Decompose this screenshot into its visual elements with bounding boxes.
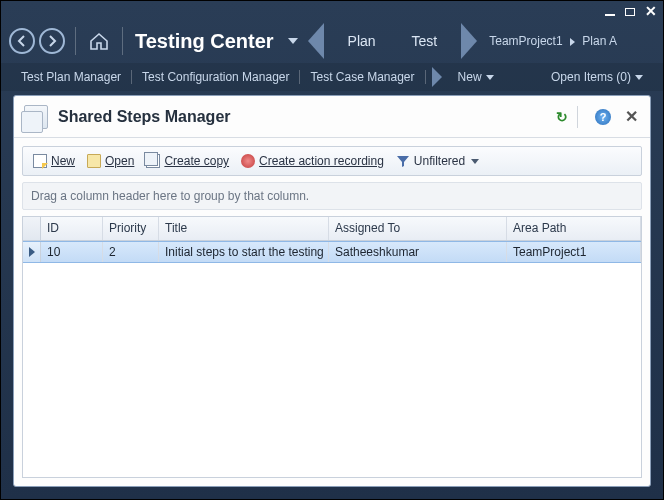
arrow-right-icon	[46, 35, 58, 47]
minimize-icon	[605, 14, 615, 16]
new-icon	[33, 154, 47, 168]
subnav-scroll-right[interactable]	[432, 67, 442, 87]
main-ribbon: Testing Center Plan Test TeamProject1 Pl…	[1, 19, 663, 63]
cell-assigned-to: Satheeshkumar	[329, 242, 507, 262]
home-button[interactable]	[86, 28, 112, 54]
maximize-button[interactable]	[625, 3, 635, 19]
tab-plan[interactable]: Plan	[330, 33, 394, 49]
chevron-down-icon	[471, 159, 479, 164]
grid-header: ID Priority Title Assigned To Area Path	[23, 217, 641, 241]
breadcrumb[interactable]: TeamProject1 Plan A	[489, 34, 617, 48]
app-title: Testing Center	[135, 30, 274, 53]
new-label: New	[51, 154, 75, 168]
tabs-scroll-left[interactable]	[308, 23, 324, 59]
open-icon	[87, 154, 101, 168]
row-header-corner	[23, 217, 41, 240]
column-priority[interactable]: Priority	[103, 217, 159, 240]
app-window: ✕ Testing Center Plan Test TeamProject1 …	[0, 0, 664, 500]
cell-area-path: TeamProject1	[507, 242, 641, 262]
filter-icon	[396, 154, 410, 168]
close-icon: ✕	[625, 107, 638, 126]
chevron-right-icon	[570, 38, 575, 46]
shared-steps-icon	[24, 105, 48, 129]
nav-back-button[interactable]	[9, 28, 35, 54]
cell-title: Initial steps to start the testing	[159, 242, 329, 262]
subnav-test-plan-manager[interactable]: Test Plan Manager	[11, 70, 131, 84]
home-icon	[88, 31, 110, 51]
main-panel: Shared Steps Manager ↻ ? ✕ New Open Crea…	[13, 95, 651, 487]
breadcrumb-plan: Plan A	[582, 34, 617, 48]
separator	[122, 27, 123, 55]
tabs-scroll-right[interactable]	[461, 23, 477, 59]
tab-test[interactable]: Test	[394, 33, 456, 49]
refresh-icon: ↻	[556, 109, 568, 125]
toolbar: New Open Create copy Create action recor…	[22, 146, 642, 176]
breadcrumb-project: TeamProject1	[489, 34, 562, 48]
maximize-icon	[625, 8, 635, 16]
separator	[75, 27, 76, 55]
new-dropdown[interactable]: New	[448, 70, 504, 84]
column-area-path[interactable]: Area Path	[507, 217, 641, 240]
panel-title: Shared Steps Manager	[58, 108, 543, 126]
row-indicator-icon	[23, 242, 41, 262]
refresh-button[interactable]: ↻	[553, 108, 571, 126]
column-title[interactable]: Title	[159, 217, 329, 240]
nav-forward-button[interactable]	[39, 28, 65, 54]
separator	[577, 106, 578, 128]
create-action-recording-label: Create action recording	[259, 154, 384, 168]
minimize-button[interactable]	[605, 3, 615, 19]
help-icon: ?	[595, 109, 611, 125]
create-copy-label: Create copy	[164, 154, 229, 168]
data-grid: ID Priority Title Assigned To Area Path …	[22, 216, 642, 478]
app-title-dropdown[interactable]	[288, 38, 298, 44]
record-icon	[241, 154, 255, 168]
close-panel-button[interactable]: ✕	[622, 108, 640, 126]
filter-label: Unfiltered	[414, 154, 465, 168]
table-row[interactable]: 10 2 Initial steps to start the testing …	[23, 241, 641, 263]
column-id[interactable]: ID	[41, 217, 103, 240]
panel-header: Shared Steps Manager ↻ ? ✕	[14, 96, 650, 138]
cell-id: 10	[41, 242, 103, 262]
create-copy-button[interactable]: Create copy	[142, 152, 233, 170]
open-label: Open	[105, 154, 134, 168]
cell-priority: 2	[103, 242, 159, 262]
open-items-dropdown[interactable]: Open Items (0)	[541, 70, 653, 84]
column-assigned-to[interactable]: Assigned To	[329, 217, 507, 240]
chevron-down-icon	[635, 75, 643, 80]
subnav-test-case-manager[interactable]: Test Case Manager	[300, 70, 424, 84]
window-controls: ✕	[605, 3, 657, 19]
close-button[interactable]: ✕	[645, 3, 657, 19]
subnav-test-configuration-manager[interactable]: Test Configuration Manager	[132, 70, 299, 84]
sub-navigation: Test Plan Manager Test Configuration Man…	[1, 63, 663, 91]
new-button[interactable]: New	[29, 152, 79, 170]
open-items-label: Open Items (0)	[551, 70, 631, 84]
help-button[interactable]: ?	[594, 108, 612, 126]
separator	[425, 70, 426, 84]
new-label: New	[458, 70, 482, 84]
copy-icon	[146, 154, 160, 168]
filter-dropdown[interactable]: Unfiltered	[392, 152, 483, 170]
create-action-recording-button[interactable]: Create action recording	[237, 152, 388, 170]
arrow-left-icon	[16, 35, 28, 47]
group-by-hint[interactable]: Drag a column header here to group by th…	[22, 182, 642, 210]
chevron-down-icon	[486, 75, 494, 80]
open-button[interactable]: Open	[83, 152, 138, 170]
